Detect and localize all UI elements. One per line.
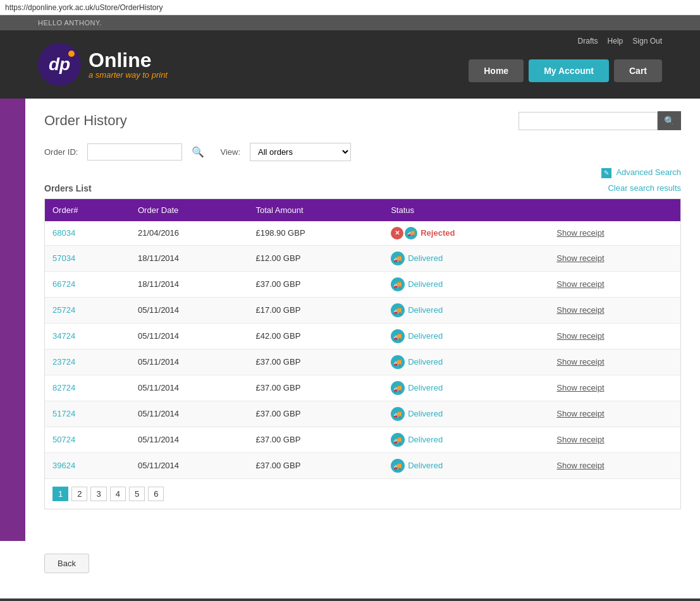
show-receipt-button[interactable]: Show receipt <box>556 279 604 289</box>
orders-table: Order# Order Date Total Amount Status 68… <box>45 199 680 479</box>
show-receipt-button[interactable]: Show receipt <box>556 435 604 444</box>
order-num-cell: 51724 <box>45 401 130 427</box>
home-button[interactable]: Home <box>469 59 524 82</box>
status-text: Delivered <box>408 253 443 263</box>
order-status-cell: ✕🚚 Rejected <box>383 221 549 246</box>
order-id-input[interactable] <box>87 143 182 161</box>
filter-area: Order ID: 🔍 View: All orders Pending Del… <box>44 143 681 161</box>
order-number-link[interactable]: 25724 <box>52 305 75 315</box>
delivered-icon: 🚚 <box>391 459 405 473</box>
order-total-cell: £37.00 GBP <box>249 452 384 478</box>
order-date-cell: 18/11/2014 <box>130 271 249 297</box>
order-status-cell: 🚚 Delivered <box>383 271 549 297</box>
table-row: 3962405/11/2014£37.00 GBP🚚 DeliveredShow… <box>45 452 680 478</box>
show-receipt-button[interactable]: Show receipt <box>556 331 604 341</box>
col-actions <box>549 199 680 221</box>
delivered-icon: 🚚 <box>391 329 405 343</box>
status-text: Rejected <box>421 228 455 238</box>
page-4-btn[interactable]: 4 <box>110 487 126 501</box>
status-text: Delivered <box>408 383 443 392</box>
help-link[interactable]: Help <box>608 37 623 46</box>
header: Drafts Help Sign Out dp Online a smarter… <box>0 30 700 99</box>
order-number-link[interactable]: 34724 <box>52 331 75 341</box>
order-receipt-cell: Show receipt <box>549 375 680 401</box>
drafts-link[interactable]: Drafts <box>578 37 598 46</box>
table-row: 8272405/11/2014£37.00 GBP🚚 DeliveredShow… <box>45 375 680 401</box>
order-number-link[interactable]: 39624 <box>52 461 75 470</box>
page-6-btn[interactable]: 6 <box>148 487 164 501</box>
order-total-cell: £12.00 GBP <box>249 245 384 271</box>
order-number-link[interactable]: 51724 <box>52 409 75 418</box>
logo-dot <box>68 51 75 57</box>
pagination: 1 2 3 4 5 6 <box>45 479 680 509</box>
order-number-link[interactable]: 50724 <box>52 435 75 444</box>
delivered-icon: 🚚 <box>391 407 405 421</box>
status-text: Delivered <box>408 409 443 418</box>
view-select[interactable]: All orders Pending Delivered Rejected <box>250 143 351 161</box>
order-num-cell: 25724 <box>45 297 130 323</box>
delivered-icon: 🚚 <box>391 277 405 291</box>
order-date-cell: 21/04/2016 <box>130 221 249 246</box>
orders-list-title: Orders List <box>44 183 92 193</box>
order-receipt-cell: Show receipt <box>549 245 680 271</box>
show-receipt-button[interactable]: Show receipt <box>556 228 604 238</box>
order-status-cell: 🚚 Delivered <box>383 349 549 375</box>
order-status-cell: 🚚 Delivered <box>383 452 549 478</box>
cart-button[interactable]: Cart <box>614 59 662 82</box>
view-label: View: <box>220 147 240 157</box>
order-num-cell: 23724 <box>45 349 130 375</box>
clear-search-link[interactable]: Clear search results <box>608 183 681 193</box>
logo-text-area: Online a smarter way to print <box>89 50 168 80</box>
back-button[interactable]: Back <box>44 554 89 573</box>
order-total-cell: £198.90 GBP <box>249 221 384 246</box>
page-2-btn[interactable]: 2 <box>71 487 87 501</box>
page-1-btn[interactable]: 1 <box>52 487 68 501</box>
order-number-link[interactable]: 66724 <box>52 279 75 289</box>
order-number-link[interactable]: 68034 <box>52 228 75 238</box>
page-5-btn[interactable]: 5 <box>129 487 145 501</box>
advanced-search-icon: ✎ <box>601 168 611 178</box>
browser-bar: https://dponline.york.ac.uk/uStore/Order… <box>0 0 700 15</box>
my-account-button[interactable]: My Account <box>529 59 609 82</box>
order-receipt-cell: Show receipt <box>549 271 680 297</box>
table-row: 5703418/11/2014£12.00 GBP🚚 DeliveredShow… <box>45 245 680 271</box>
order-receipt-cell: Show receipt <box>549 401 680 427</box>
show-receipt-button[interactable]: Show receipt <box>556 253 604 263</box>
content-area: Order History 🔍 Order ID: 🔍 View: All or… <box>25 99 700 541</box>
order-search-button[interactable]: 🔍 <box>192 146 204 158</box>
order-receipt-cell: Show receipt <box>549 221 680 246</box>
order-number-link[interactable]: 57034 <box>52 253 75 263</box>
order-status-cell: 🚚 Delivered <box>383 375 549 401</box>
search-button[interactable]: 🔍 <box>658 111 681 130</box>
order-num-cell: 68034 <box>45 221 130 246</box>
order-status-cell: 🚚 Delivered <box>383 297 549 323</box>
page-container: Order History 🔍 Order ID: 🔍 View: All or… <box>0 99 700 541</box>
order-date-cell: 05/11/2014 <box>130 349 249 375</box>
browser-url: https://dponline.york.ac.uk/uStore/Order… <box>5 3 163 12</box>
page-header: Order History 🔍 <box>44 111 681 130</box>
show-receipt-button[interactable]: Show receipt <box>556 409 604 418</box>
sign-out-link[interactable]: Sign Out <box>632 37 662 46</box>
advanced-search-area: ✎ Advanced Search <box>44 167 681 178</box>
show-receipt-button[interactable]: Show receipt <box>556 305 604 315</box>
col-order-date: Order Date <box>130 199 249 221</box>
footer: © Design & Print Solutions | University … <box>0 598 700 601</box>
logo-area: dp Online a smarter way to print <box>38 43 168 86</box>
advanced-search-link[interactable]: ✎ Advanced Search <box>601 167 681 177</box>
table-row: 5172405/11/2014£37.00 GBP🚚 DeliveredShow… <box>45 401 680 427</box>
show-receipt-button[interactable]: Show receipt <box>556 357 604 367</box>
order-date-cell: 18/11/2014 <box>130 245 249 271</box>
order-total-cell: £37.00 GBP <box>249 349 384 375</box>
show-receipt-button[interactable]: Show receipt <box>556 383 604 392</box>
order-status-cell: 🚚 Delivered <box>383 245 549 271</box>
table-header-row: Order# Order Date Total Amount Status <box>45 199 680 221</box>
order-date-cell: 05/11/2014 <box>130 427 249 452</box>
order-number-link[interactable]: 23724 <box>52 357 75 367</box>
search-input[interactable] <box>519 112 658 130</box>
order-number-link[interactable]: 82724 <box>52 383 75 392</box>
order-receipt-cell: Show receipt <box>549 349 680 375</box>
show-receipt-button[interactable]: Show receipt <box>556 461 604 470</box>
delivered-icon: 🚚 <box>391 381 405 395</box>
page-3-btn[interactable]: 3 <box>90 487 106 501</box>
col-total-amount: Total Amount <box>249 199 384 221</box>
